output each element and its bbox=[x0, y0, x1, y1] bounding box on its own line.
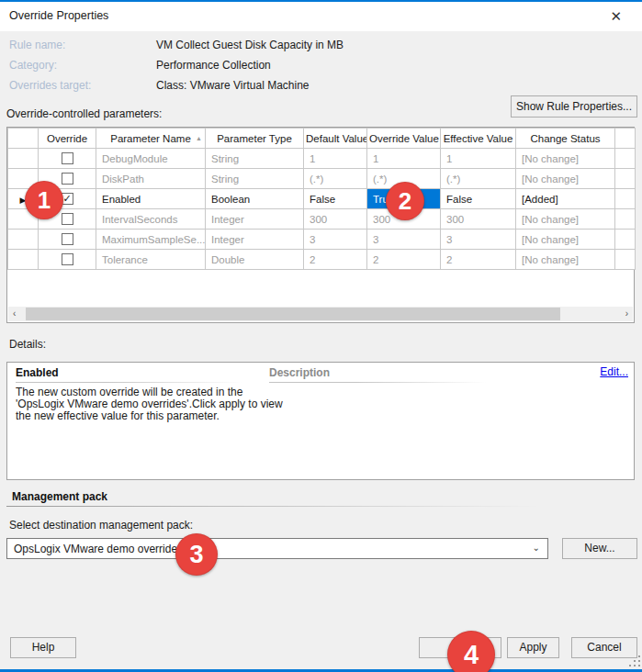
default-value-cell[interactable]: (.*) bbox=[304, 169, 367, 189]
rule-name-label: Rule name: bbox=[9, 39, 65, 51]
filler-cell[interactable] bbox=[615, 189, 636, 209]
col-header-effective-value[interactable]: Effective Value bbox=[441, 129, 516, 149]
parameter-type-cell[interactable]: String bbox=[206, 149, 304, 169]
override-checkbox[interactable] bbox=[62, 152, 73, 164]
destination-pack-dropdown[interactable]: OpsLogix VMware demo overrides ⌄ bbox=[6, 538, 548, 559]
parameter-type-cell[interactable]: String bbox=[206, 169, 304, 189]
category-value: Performance Collection bbox=[156, 59, 271, 72]
default-value-cell[interactable]: 300 bbox=[304, 209, 367, 230]
parameter-name-cell[interactable]: DebugModule bbox=[96, 149, 206, 169]
filler-cell[interactable] bbox=[615, 149, 636, 169]
category-label: Category: bbox=[9, 59, 57, 72]
table-row[interactable]: ToleranceDouble222[No change] bbox=[8, 250, 636, 270]
change-status-cell[interactable]: [Added] bbox=[516, 189, 615, 209]
apply-button[interactable]: Apply bbox=[507, 637, 559, 658]
details-parameter-underline bbox=[16, 382, 242, 383]
default-value-cell[interactable]: False bbox=[304, 189, 367, 209]
override-value-cell[interactable]: 2 bbox=[367, 250, 441, 270]
parameter-name-cell[interactable]: Enabled bbox=[96, 189, 206, 209]
override-cell[interactable] bbox=[39, 230, 96, 250]
help-button[interactable]: Help bbox=[10, 637, 76, 658]
default-value-cell[interactable]: 2 bbox=[304, 250, 367, 270]
parameter-name-cell[interactable]: DiskPath bbox=[96, 169, 206, 189]
change-status-cell[interactable]: [No change] bbox=[516, 250, 615, 270]
effective-value-cell[interactable]: 300 bbox=[441, 209, 516, 230]
change-status-cell[interactable]: [No change] bbox=[516, 209, 615, 230]
details-panel: Enabled Description Edit... The new cust… bbox=[6, 362, 635, 480]
override-value-cell[interactable]: 3 bbox=[367, 230, 441, 250]
management-pack-section-header: Management pack bbox=[12, 490, 107, 503]
table-row[interactable]: IntervalSecondsInteger300300300[No chang… bbox=[8, 209, 636, 230]
effective-value-cell[interactable]: 2 bbox=[441, 250, 516, 270]
destination-pack-label: Select destination management pack: bbox=[9, 519, 193, 532]
horizontal-scrollbar[interactable]: ‹ › bbox=[8, 307, 633, 321]
table-row[interactable]: ▶✓EnabledBooleanFalseTrueFalse[Added] bbox=[8, 189, 636, 209]
resize-grip[interactable] bbox=[629, 655, 640, 666]
dialog-title: Override Properties bbox=[9, 9, 108, 22]
show-rule-properties-button[interactable]: Show Rule Properties... bbox=[511, 95, 637, 118]
parameter-name-cell[interactable]: Tolerance bbox=[96, 250, 206, 270]
step-badge-3: 3 bbox=[175, 533, 218, 576]
parameters-section-label: Override-controlled parameters: bbox=[6, 107, 162, 120]
effective-value-cell[interactable]: False bbox=[441, 189, 516, 209]
edit-link[interactable]: Edit... bbox=[600, 365, 628, 378]
chevron-down-icon: ⌄ bbox=[533, 543, 540, 553]
details-parameter-header: Enabled bbox=[16, 366, 59, 379]
default-value-cell[interactable]: 3 bbox=[304, 230, 367, 250]
effective-value-cell[interactable]: 3 bbox=[441, 230, 516, 250]
change-status-cell[interactable]: [No change] bbox=[516, 230, 615, 250]
row-selector-cell[interactable] bbox=[8, 250, 39, 270]
details-text: The new custom override will be created … bbox=[16, 386, 283, 422]
col-header-override[interactable]: Override bbox=[39, 129, 96, 149]
details-description-underline bbox=[269, 382, 486, 383]
override-cell[interactable] bbox=[39, 149, 96, 169]
row-selector-cell[interactable] bbox=[8, 230, 39, 250]
parameter-name-cell[interactable]: MaximumSampleSe... bbox=[96, 230, 206, 250]
override-cell[interactable] bbox=[39, 250, 96, 270]
parameter-type-cell[interactable]: Integer bbox=[206, 209, 304, 230]
override-checkbox[interactable] bbox=[62, 213, 73, 225]
scroll-left-icon[interactable]: ‹ bbox=[13, 308, 16, 319]
dropdown-selected-value: OpsLogix VMware demo overrides bbox=[14, 543, 183, 555]
step-badge-2: 2 bbox=[386, 182, 424, 220]
override-checkbox[interactable] bbox=[62, 173, 73, 185]
effective-value-cell[interactable]: (.*) bbox=[441, 169, 516, 189]
parameters-table: Override Parameter Name▲ Parameter Type … bbox=[7, 128, 636, 270]
col-header-parameter-type[interactable]: Parameter Type bbox=[206, 129, 304, 149]
cancel-button[interactable]: Cancel bbox=[571, 637, 637, 658]
col-header-default-value[interactable]: Default Value bbox=[304, 129, 367, 149]
default-value-cell[interactable]: 1 bbox=[304, 149, 367, 169]
filler-column-header bbox=[615, 129, 636, 149]
col-header-change-status[interactable]: Change Status bbox=[516, 129, 615, 149]
col-header-parameter-name[interactable]: Parameter Name▲ bbox=[96, 129, 206, 149]
details-section-label: Details: bbox=[9, 338, 46, 351]
override-checkbox[interactable] bbox=[62, 253, 73, 265]
override-value-cell[interactable]: 1 bbox=[367, 149, 441, 169]
parameter-name-cell[interactable]: IntervalSeconds bbox=[96, 209, 206, 230]
scrollbar-thumb[interactable] bbox=[26, 308, 560, 320]
parameter-type-cell[interactable]: Integer bbox=[206, 230, 304, 250]
change-status-cell[interactable]: [No change] bbox=[516, 169, 615, 189]
filler-cell[interactable] bbox=[615, 250, 636, 270]
override-checkbox[interactable] bbox=[62, 233, 73, 245]
new-button[interactable]: New... bbox=[562, 538, 637, 559]
step-badge-4: 4 bbox=[447, 631, 495, 672]
overrides-target-label: Overrides target: bbox=[9, 79, 91, 92]
row-selector-cell[interactable] bbox=[8, 149, 39, 169]
parameter-type-cell[interactable]: Double bbox=[206, 250, 304, 270]
filler-cell[interactable] bbox=[615, 169, 636, 189]
details-description-header: Description bbox=[269, 366, 330, 379]
parameter-type-cell[interactable]: Boolean bbox=[206, 189, 304, 209]
filler-cell[interactable] bbox=[615, 230, 636, 250]
table-row[interactable]: DebugModuleString111[No change] bbox=[8, 149, 636, 169]
filler-cell[interactable] bbox=[615, 209, 636, 230]
table-row[interactable]: MaximumSampleSe...Integer333[No change] bbox=[8, 230, 636, 250]
table-row[interactable]: DiskPathString(.*)(.*)(.*)[No change] bbox=[8, 169, 636, 189]
details-text-line: the new effective value for this paramet… bbox=[16, 410, 283, 422]
close-icon[interactable]: ✕ bbox=[610, 8, 622, 25]
change-status-cell[interactable]: [No change] bbox=[516, 149, 615, 169]
effective-value-cell[interactable]: 1 bbox=[441, 149, 516, 169]
row-selector-header bbox=[8, 129, 39, 149]
scroll-right-icon[interactable]: › bbox=[625, 308, 628, 319]
col-header-override-value[interactable]: Override Value bbox=[367, 129, 441, 149]
